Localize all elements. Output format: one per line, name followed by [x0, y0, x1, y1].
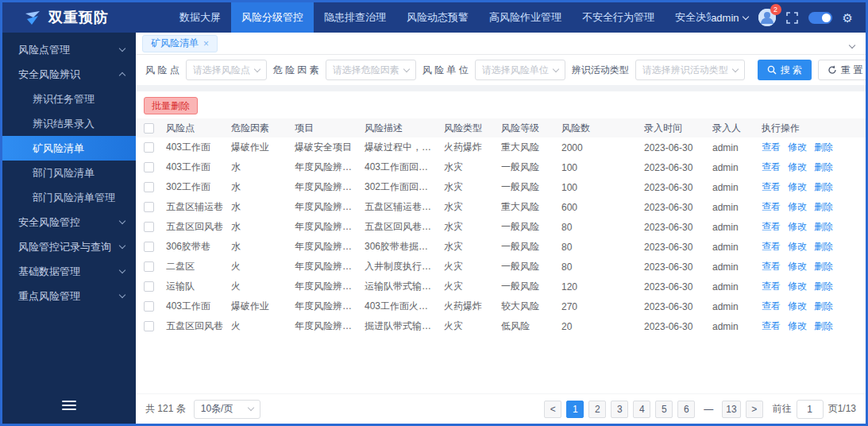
action-修改[interactable]: 修改 [788, 240, 807, 254]
cell-project: 年度风险辨识评估... [295, 300, 365, 313]
next-page-button[interactable]: > [746, 401, 763, 418]
row-checkbox[interactable] [144, 162, 154, 172]
search-button[interactable]: 搜 索 [758, 60, 812, 80]
cell-point: 五盘区辅运巷 [166, 200, 231, 214]
row-checkbox[interactable] [144, 242, 154, 252]
sidebar-item-风险管控记录与查询[interactable]: 风险管控记录与查询 [2, 234, 136, 259]
nav-item-安全决策分析[interactable]: 安全决策分析 [665, 2, 711, 33]
filter-select-危险因素[interactable]: 请选择危险因素 [326, 60, 416, 80]
table-row: 二盘区火年度风险辨识评估...入井制度执行不到...火灾一般风险802023-0… [136, 257, 866, 277]
prev-page-button[interactable]: < [544, 401, 561, 418]
action-查看[interactable]: 查看 [762, 240, 781, 254]
tab-mine-risk-list[interactable]: 矿风险清单 × [142, 35, 218, 52]
filter-label: 危 险 因 素 [273, 64, 319, 77]
action-查看[interactable]: 查看 [762, 280, 781, 293]
fullscreen-icon[interactable] [786, 12, 798, 24]
action-修改[interactable]: 修改 [788, 200, 807, 214]
row-checkbox[interactable] [144, 261, 154, 272]
page-button-5[interactable]: 5 [655, 401, 673, 418]
theme-toggle[interactable] [808, 12, 832, 24]
select-all-checkbox[interactable] [144, 123, 154, 134]
tab-overflow-chevron[interactable] [850, 37, 854, 51]
action-删除[interactable]: 删除 [814, 220, 833, 234]
action-修改[interactable]: 修改 [788, 220, 807, 234]
sidebar-item-辨识任务管理[interactable]: 辨识任务管理 [2, 87, 136, 111]
action-删除[interactable]: 删除 [814, 280, 833, 293]
nav-item-隐患排查治理[interactable]: 隐患排查治理 [314, 2, 396, 33]
action-删除[interactable]: 删除 [814, 180, 833, 194]
page-button-4[interactable]: 4 [633, 401, 650, 418]
cell-factor: 水 [231, 220, 295, 234]
row-checkbox[interactable] [144, 182, 154, 192]
action-删除[interactable]: 删除 [814, 320, 833, 333]
action-查看[interactable]: 查看 [762, 161, 781, 174]
nav-item-不安全行为管理[interactable]: 不安全行为管理 [572, 2, 665, 33]
cell-user: admin [712, 182, 762, 193]
sidebar-item-安全风险辨识[interactable]: 安全风险辨识 [2, 62, 136, 87]
sidebar-item-安全风险管控[interactable]: 安全风险管控 [2, 210, 136, 234]
action-查看[interactable]: 查看 [762, 300, 781, 313]
cell-factor: 火 [231, 320, 295, 333]
action-删除[interactable]: 删除 [814, 161, 833, 174]
filter-select-风险点[interactable]: 请选择风险点 [186, 60, 267, 80]
action-删除[interactable]: 删除 [814, 260, 833, 273]
nav-item-风险动态预警[interactable]: 风险动态预警 [396, 2, 479, 33]
action-修改[interactable]: 修改 [788, 320, 807, 333]
reset-button[interactable]: 重 置 [818, 60, 868, 80]
action-查看[interactable]: 查看 [762, 220, 781, 234]
filter-select-风险单位[interactable]: 请选择风险单位 [475, 60, 565, 80]
action-查看[interactable]: 查看 [762, 141, 781, 154]
cell-type: 火药爆炸 [444, 300, 501, 313]
batch-delete-button[interactable]: 批量删除 [144, 97, 198, 114]
sidebar-item-风险点管理[interactable]: 风险点管理 [2, 37, 136, 62]
action-查看[interactable]: 查看 [762, 200, 781, 214]
action-修改[interactable]: 修改 [788, 280, 807, 293]
collapse-sidebar-button[interactable] [2, 392, 136, 419]
nav-item-数据大屏[interactable]: 数据大屏 [169, 2, 231, 33]
row-checkbox[interactable] [144, 222, 154, 232]
sidebar-item-辨识结果录入[interactable]: 辨识结果录入 [2, 111, 136, 136]
page-button-3[interactable]: 3 [611, 401, 628, 418]
page-size-select[interactable]: 10条/页 [194, 400, 260, 419]
sidebar-item-基础数据管理[interactable]: 基础数据管理 [2, 259, 136, 284]
page-button-2[interactable]: 2 [588, 401, 606, 418]
action-删除[interactable]: 删除 [814, 240, 833, 254]
action-查看[interactable]: 查看 [762, 260, 781, 273]
row-checkbox[interactable] [144, 142, 154, 153]
page-button-1[interactable]: 1 [566, 401, 584, 418]
column-header-录入时间: 录入时间 [644, 122, 712, 135]
table-row: 403工作面爆破作业爆破安全项目爆破过程中，井作...火药爆炸重大风险20002… [136, 137, 866, 157]
user-area: admin 2 ⚙ [711, 9, 866, 26]
action-查看[interactable]: 查看 [762, 180, 781, 194]
row-checkbox[interactable] [144, 281, 154, 292]
action-修改[interactable]: 修改 [788, 260, 807, 273]
action-修改[interactable]: 修改 [788, 141, 807, 154]
user-menu[interactable]: admin [711, 12, 747, 24]
page-button-6[interactable]: 6 [677, 401, 695, 418]
avatar[interactable]: 2 [758, 9, 776, 26]
tab-close-icon[interactable]: × [203, 39, 209, 48]
action-修改[interactable]: 修改 [788, 300, 807, 313]
sidebar-item-矿风险清单[interactable]: 矿风险清单 [2, 136, 136, 161]
settings-gear-icon[interactable]: ⚙ [843, 12, 853, 24]
sidebar-item-重点风险管理[interactable]: 重点风险管理 [2, 284, 136, 308]
sidebar-item-部门风险清单管理[interactable]: 部门风险清单管理 [2, 185, 136, 210]
action-删除[interactable]: 删除 [814, 200, 833, 214]
action-查看[interactable]: 查看 [762, 320, 781, 333]
action-修改[interactable]: 修改 [788, 180, 807, 194]
action-删除[interactable]: 删除 [814, 141, 833, 154]
sidebar-item-部门风险清单[interactable]: 部门风险清单 [2, 161, 136, 185]
nav-item-风险分级管控[interactable]: 风险分级管控 [231, 2, 314, 33]
action-删除[interactable]: 删除 [814, 300, 833, 313]
filter-select-辨识活动类型[interactable]: 请选择辨识活动类型 [635, 60, 745, 80]
sidebar: 风险点管理安全风险辨识辨识任务管理辨识结果录入矿风险清单部门风险清单部门风险清单… [2, 33, 136, 424]
nav-item-高风险作业管理[interactable]: 高风险作业管理 [479, 2, 572, 33]
row-checkbox[interactable] [144, 321, 154, 331]
row-checkbox[interactable] [144, 301, 154, 312]
jump-page-input[interactable] [797, 400, 824, 419]
action-修改[interactable]: 修改 [788, 161, 807, 174]
cell-factor: 爆破作业 [231, 300, 295, 313]
cell-desc: 爆破过程中，井作... [365, 141, 444, 154]
row-checkbox[interactable] [144, 202, 154, 212]
page-button-13[interactable]: 13 [722, 401, 740, 418]
